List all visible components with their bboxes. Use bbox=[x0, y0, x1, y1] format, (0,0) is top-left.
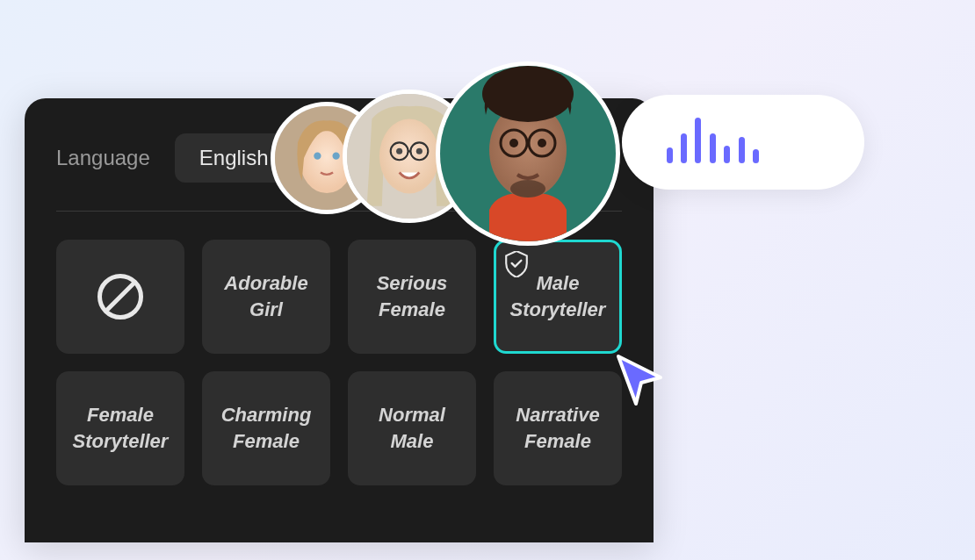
svg-point-3 bbox=[332, 153, 339, 160]
svg-point-19 bbox=[510, 180, 545, 197]
avatar bbox=[436, 61, 620, 246]
voice-tile-female-storyteller[interactable]: Female Storyteller bbox=[56, 371, 184, 485]
waveform-icon bbox=[664, 118, 762, 167]
voice-label: Adorable Girl bbox=[215, 270, 317, 322]
voice-label: Serious Female bbox=[361, 270, 463, 322]
svg-point-9 bbox=[396, 148, 402, 154]
voice-tile-charming-female[interactable]: Charming Female bbox=[202, 371, 330, 485]
svg-point-10 bbox=[416, 148, 422, 154]
svg-point-18 bbox=[538, 139, 546, 147]
avatar-stack bbox=[271, 61, 620, 246]
voice-tile-none[interactable] bbox=[56, 240, 184, 354]
voice-label: Charming Female bbox=[215, 402, 317, 454]
language-label: Language bbox=[56, 146, 150, 170]
svg-point-17 bbox=[509, 139, 518, 147]
voice-tile-adorable-girl[interactable]: Adorable Girl bbox=[202, 240, 330, 354]
voice-tile-narrative-female[interactable]: Narrative Female bbox=[494, 371, 622, 485]
verified-shield-icon bbox=[505, 251, 528, 277]
audio-pill[interactable] bbox=[622, 95, 864, 190]
voice-tile-normal-male[interactable]: Normal Male bbox=[348, 371, 476, 485]
voice-label: Male Storyteller bbox=[507, 270, 609, 322]
voice-tile-male-storyteller[interactable]: Male Storyteller bbox=[494, 240, 622, 354]
voice-label: Narrative Female bbox=[507, 402, 609, 454]
cursor-icon bbox=[610, 349, 671, 411]
svg-point-2 bbox=[314, 153, 321, 160]
none-icon bbox=[98, 274, 143, 319]
voice-grid: Adorable Girl Serious Female Male Storyt… bbox=[56, 240, 622, 485]
voice-label: Female Storyteller bbox=[69, 402, 171, 454]
svg-point-13 bbox=[482, 66, 574, 122]
voice-label: Normal Male bbox=[361, 402, 463, 454]
svg-point-5 bbox=[379, 118, 439, 193]
voice-tile-serious-female[interactable]: Serious Female bbox=[348, 240, 476, 354]
